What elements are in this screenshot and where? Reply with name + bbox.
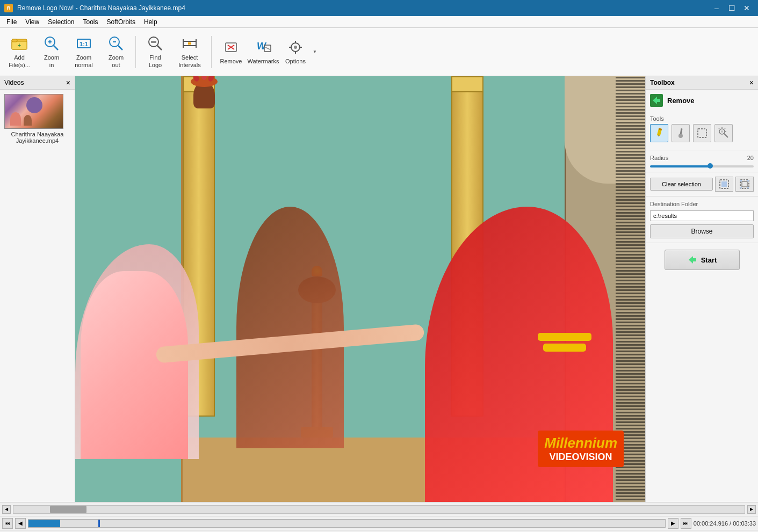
add-file-label: AddFile(s)... [9, 54, 30, 68]
zoom-in-button[interactable]: Zoomin [37, 31, 67, 73]
maximize-button[interactable]: ☐ [725, 1, 739, 15]
videos-panel-header: Videos × [0, 76, 75, 90]
timeline-scroll-left[interactable]: ◀ [2, 505, 11, 514]
watermark-line1: Millennium [544, 435, 617, 451]
toolbar-more-button[interactable]: ▼ [313, 49, 318, 54]
svg-text:1:1: 1:1 [80, 41, 88, 47]
video-thumbnail-item[interactable]: Charithra NaayakaaJayikkanee.mp4 [4, 94, 70, 144]
next-frame-button[interactable]: ▶ [668, 518, 678, 529]
svg-line-14 [118, 46, 122, 50]
start-section: Start [646, 243, 758, 276]
remove-tool-icon [222, 39, 240, 56]
invert-selection-button[interactable] [735, 177, 754, 192]
remove-arrow-icon [650, 94, 663, 107]
options-icon [287, 39, 304, 56]
select-intervals-icon [181, 35, 198, 52]
find-logo-button[interactable]: FindLogo [140, 31, 170, 73]
radius-section: Radius 20 [646, 150, 758, 172]
timeline-thumb[interactable] [50, 506, 86, 513]
tools-buttons-row [650, 124, 754, 142]
toolbox-title: Toolbox [650, 79, 675, 86]
clear-selection-button[interactable]: Clear selection [650, 178, 713, 191]
go-to-end-button[interactable]: ⏭ [681, 518, 691, 529]
selection-section: Clear selection [646, 172, 758, 196]
watermarks-icon: W [255, 39, 272, 56]
zoom-out-button[interactable]: Zoomout [101, 31, 131, 73]
tools-label: Tools [650, 115, 754, 122]
watermark-line2: VIDEOVISION [544, 451, 617, 463]
svg-line-9 [54, 46, 58, 50]
remove-button[interactable]: Remove [216, 31, 246, 73]
svg-text:W: W [257, 41, 267, 52]
menu-file[interactable]: File [2, 17, 21, 27]
radius-slider-thumb[interactable] [708, 163, 713, 169]
menu-selection[interactable]: Selection [44, 17, 78, 27]
zoom-normal-button[interactable]: 1:1 Zoomnormal [69, 31, 99, 73]
menu-help[interactable]: Help [140, 17, 162, 27]
options-label: Options [285, 58, 306, 65]
videos-panel: Videos × Charithra NaayakaaJayikkanee.mp… [0, 76, 75, 502]
browse-button[interactable]: Browse [650, 224, 754, 238]
toolbar-separator-1 [135, 36, 136, 68]
minimize-button[interactable]: – [710, 1, 724, 15]
svg-marker-34 [653, 97, 660, 104]
playback-controls: ⏮ ◀ ▶ ⏭ 00:00:24.916 / 00:03:33 [0, 516, 758, 530]
svg-marker-56 [689, 256, 696, 264]
destination-folder-label: Destination Folder [650, 201, 754, 207]
options-button[interactable]: Options [280, 31, 311, 73]
radius-value: 20 [747, 155, 754, 161]
svg-text:R: R [7, 5, 11, 11]
select-intervals-button[interactable]: SelectIntervals [172, 31, 207, 73]
window-title: Remove Logo Now! - Charithra Naayakaa Ja… [17, 4, 705, 12]
toolbox-header: Toolbox × [646, 76, 758, 90]
add-file-button[interactable]: + AddFile(s)... [4, 31, 34, 73]
start-button[interactable]: Start [665, 250, 740, 270]
menu-tools[interactable]: Tools [79, 17, 103, 27]
svg-point-29 [294, 46, 297, 49]
start-label: Start [701, 256, 717, 264]
videos-panel-close[interactable]: × [66, 78, 70, 87]
menu-view[interactable]: View [21, 17, 44, 27]
select-intervals-label: SelectIntervals [178, 54, 201, 68]
find-logo-icon [147, 35, 164, 52]
remove-label: Remove [220, 58, 242, 65]
radius-slider[interactable] [650, 165, 754, 167]
menu-softorbits[interactable]: SoftOrbits [103, 17, 140, 27]
toolbar: + AddFile(s)... Zoomin 1:1 Zoomnormal [0, 28, 758, 76]
video-scene: Millennium VIDEOVISION [75, 76, 645, 502]
select-all-button[interactable] [715, 177, 733, 192]
svg-line-47 [725, 128, 725, 129]
video-thumb-label: Charithra NaayakaaJayikkanee.mp4 [4, 131, 70, 144]
magic-wand-tool-button[interactable] [714, 124, 733, 142]
remove-section-header: Remove [646, 90, 758, 111]
svg-line-46 [719, 128, 719, 129]
svg-rect-17 [151, 41, 156, 43]
svg-rect-54 [740, 187, 742, 188]
svg-point-39 [678, 134, 683, 138]
tools-section: Tools [646, 111, 758, 150]
radius-slider-container[interactable] [650, 165, 754, 167]
timeline-scroll-right[interactable]: ▶ [747, 505, 756, 514]
rect-select-tool-button[interactable] [693, 124, 711, 142]
radius-label: Radius [650, 155, 668, 161]
pencil-tool-button[interactable] [650, 124, 668, 142]
svg-rect-51 [742, 181, 747, 187]
brush-tool-button[interactable] [672, 124, 690, 142]
video-thumb-image [4, 94, 63, 129]
selection-controls-row: Clear selection [650, 177, 754, 192]
destination-section: Destination Folder Browse [646, 196, 758, 243]
destination-folder-input[interactable] [650, 210, 754, 221]
video-canvas[interactable]: Millennium VIDEOVISION [75, 76, 645, 502]
watermarks-button[interactable]: W Watermarks [248, 31, 278, 73]
svg-rect-53 [747, 180, 749, 181]
svg-rect-55 [747, 187, 749, 188]
zoom-normal-icon: 1:1 [75, 35, 92, 52]
toolbox-close-button[interactable]: × [749, 78, 754, 87]
close-button[interactable]: ✕ [740, 1, 754, 15]
timeline-scrollbar[interactable] [13, 505, 745, 514]
app-icon: R [4, 4, 13, 12]
playback-timeline[interactable] [28, 519, 666, 528]
go-to-start-button[interactable]: ⏮ [2, 518, 13, 529]
status-bar: 1:1 − + 159% f t ▶ [0, 530, 758, 532]
prev-frame-button[interactable]: ◀ [15, 518, 26, 529]
